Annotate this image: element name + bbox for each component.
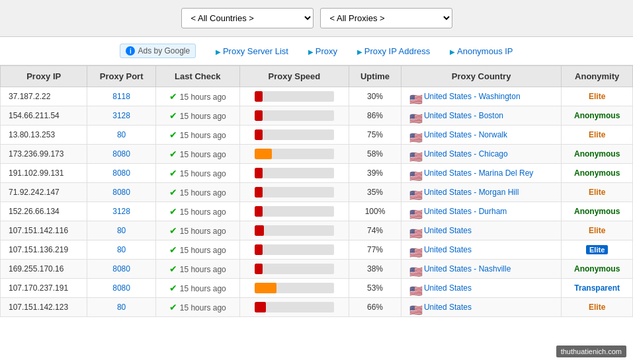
proxy-port-cell[interactable]: 80 [87, 298, 156, 317]
anonymity-cell: Elite [562, 240, 633, 260]
country-link[interactable]: 🇺🇸United States - Marina Del Rey [409, 168, 533, 178]
port-link[interactable]: 80 [117, 226, 126, 235]
port-link[interactable]: 8080 [112, 283, 130, 293]
speed-cell [239, 183, 349, 202]
proxy-port-cell[interactable]: 8080 [87, 164, 156, 183]
speed-cell [239, 221, 349, 240]
proxy-port-cell[interactable]: 8118 [87, 87, 156, 106]
port-link[interactable]: 80 [117, 245, 126, 254]
proxy-port-cell[interactable]: 80 [87, 240, 156, 260]
speed-cell [239, 145, 349, 164]
country-link[interactable]: 🇺🇸United States - Chicago [409, 149, 508, 159]
speed-bar-container [255, 244, 334, 255]
uptime-cell: 77% [349, 240, 401, 260]
proxy-server-list-link[interactable]: Proxy Server List [216, 46, 288, 56]
check-icon: ✔ [169, 283, 177, 293]
uptime-cell: 58% [349, 145, 401, 164]
country-link[interactable]: 🇺🇸United States - Washington [409, 92, 521, 101]
flag-icon: 🇺🇸 [409, 170, 421, 178]
table-row: 191.102.99.1318080✔15 hours ago39%🇺🇸Unit… [1, 164, 633, 183]
uptime-cell: 38% [349, 260, 401, 279]
last-check-cell: ✔15 hours ago [155, 183, 239, 202]
country-cell[interactable]: 🇺🇸United States [401, 298, 561, 317]
table-row: 107.151.136.21980✔15 hours ago77%🇺🇸Unite… [1, 240, 633, 260]
anonymity-cell: Elite [562, 298, 633, 317]
speed-cell [239, 260, 349, 279]
check-icon: ✔ [169, 129, 177, 140]
proxy-port-cell[interactable]: 3128 [87, 202, 156, 221]
country-link[interactable]: 🇺🇸United States [409, 245, 472, 254]
anonymous-ip-link[interactable]: Anonymous IP [450, 46, 513, 56]
anonymity-cell: Elite [562, 87, 633, 106]
speed-bar [255, 244, 263, 255]
country-cell[interactable]: 🇺🇸United States - Morgan Hill [401, 183, 561, 202]
port-link[interactable]: 8080 [112, 168, 130, 178]
proxy-port-cell[interactable]: 8080 [87, 145, 156, 164]
check-icon: ✔ [169, 168, 177, 178]
proxy-link[interactable]: Proxy [308, 46, 337, 56]
speed-cell [239, 279, 349, 298]
col-header-lastcheck: Last Check [155, 66, 239, 87]
country-link[interactable]: 🇺🇸United States - Morgan Hill [409, 188, 519, 197]
col-header-speed: Proxy Speed [239, 66, 349, 87]
col-header-anonymity: Anonymity [562, 66, 633, 87]
anonymity-cell: Anonymous [562, 106, 633, 126]
table-row: 37.187.2.228118✔15 hours ago30%🇺🇸United … [1, 87, 633, 106]
country-cell[interactable]: 🇺🇸United States - Nashville [401, 260, 561, 279]
check-icon: ✔ [169, 302, 177, 312]
country-link[interactable]: 🇺🇸United States - Norwalk [409, 130, 507, 139]
country-cell[interactable]: 🇺🇸United States - Washington [401, 87, 561, 106]
speed-bar-container [255, 206, 334, 217]
proxy-port-cell[interactable]: 80 [87, 221, 156, 240]
speed-bar [255, 187, 263, 198]
speed-bar-container [255, 91, 334, 102]
proxy-ip-cell: 152.26.66.134 [1, 202, 87, 221]
check-icon: ✔ [169, 91, 177, 102]
port-link[interactable]: 3128 [112, 207, 130, 216]
country-cell[interactable]: 🇺🇸United States - Marina Del Rey [401, 164, 561, 183]
table-row: 71.92.242.1478080✔15 hours ago35%🇺🇸Unite… [1, 183, 633, 202]
port-link[interactable]: 80 [117, 130, 126, 139]
country-cell[interactable]: 🇺🇸United States - Norwalk [401, 126, 561, 145]
country-link[interactable]: 🇺🇸United States - Boston [409, 111, 503, 120]
anonymity-cell: Transparent [562, 279, 633, 298]
col-header-ip: Proxy IP [1, 66, 87, 87]
speed-bar-container [255, 149, 334, 159]
table-header-row: Proxy IP Proxy Port Last Check Proxy Spe… [1, 66, 633, 87]
proxies-dropdown[interactable]: < All Proxies > [320, 8, 452, 28]
speed-bar [255, 206, 263, 217]
country-cell[interactable]: 🇺🇸United States [401, 240, 561, 260]
port-link[interactable]: 8080 [112, 149, 130, 159]
speed-bar [255, 91, 263, 102]
table-row: 154.66.211.543128✔15 hours ago86%🇺🇸Unite… [1, 106, 633, 126]
country-cell[interactable]: 🇺🇸United States [401, 279, 561, 298]
proxy-ip-address-link[interactable]: Proxy IP Address [357, 46, 430, 56]
port-link[interactable]: 3128 [112, 111, 130, 120]
country-cell[interactable]: 🇺🇸United States - Durham [401, 202, 561, 221]
port-link[interactable]: 8080 [112, 188, 130, 197]
country-cell[interactable]: 🇺🇸United States - Boston [401, 106, 561, 126]
country-link[interactable]: 🇺🇸United States [409, 283, 472, 293]
country-cell[interactable]: 🇺🇸United States [401, 221, 561, 240]
proxy-port-cell[interactable]: 8080 [87, 183, 156, 202]
proxy-ip-cell: 107.151.136.219 [1, 240, 87, 260]
country-link[interactable]: 🇺🇸United States [409, 303, 472, 312]
anonymity-cell: Elite [562, 183, 633, 202]
countries-dropdown[interactable]: < All Countries > [181, 8, 314, 28]
country-link[interactable]: 🇺🇸United States - Nashville [409, 264, 511, 273]
proxy-port-cell[interactable]: 8080 [87, 279, 156, 298]
proxy-port-cell[interactable]: 3128 [87, 106, 156, 126]
country-link[interactable]: 🇺🇸United States [409, 226, 472, 235]
country-cell[interactable]: 🇺🇸United States - Chicago [401, 145, 561, 164]
port-link[interactable]: 8080 [112, 264, 130, 273]
port-link[interactable]: 80 [117, 303, 126, 312]
flag-icon: 🇺🇸 [409, 208, 421, 216]
proxy-port-cell[interactable]: 8080 [87, 260, 156, 279]
proxy-ip-cell: 37.187.2.22 [1, 87, 87, 106]
proxy-table: Proxy IP Proxy Port Last Check Proxy Spe… [0, 65, 633, 317]
country-link[interactable]: 🇺🇸United States - Durham [409, 207, 507, 216]
table-row: 152.26.66.1343128✔15 hours ago100%🇺🇸Unit… [1, 202, 633, 221]
flag-icon: 🇺🇸 [409, 112, 421, 120]
proxy-port-cell[interactable]: 80 [87, 126, 156, 145]
port-link[interactable]: 8118 [112, 92, 130, 101]
